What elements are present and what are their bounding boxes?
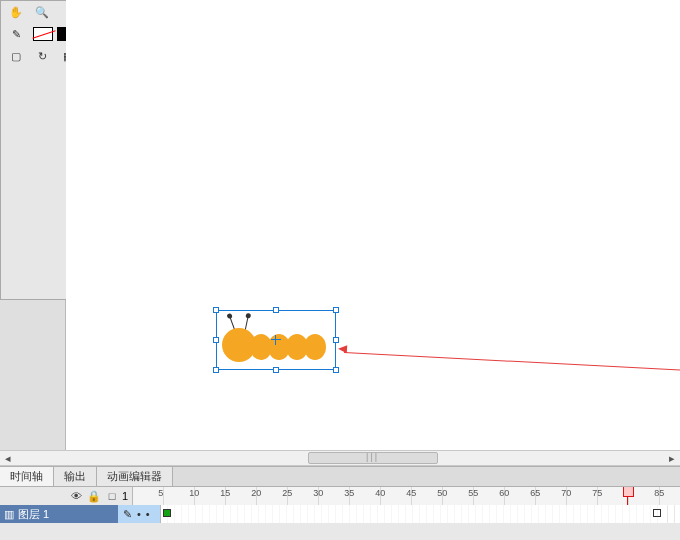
resize-handle[interactable]: [273, 307, 279, 313]
registration-point-icon: [271, 335, 281, 345]
frames-track[interactable]: [160, 505, 680, 523]
keyframe-start[interactable]: [163, 509, 171, 517]
tab-timeline[interactable]: 时间轴: [0, 467, 54, 486]
scroll-right-icon[interactable]: ▸: [664, 451, 680, 465]
page-icon[interactable]: ▢: [7, 47, 25, 65]
resize-handle[interactable]: [333, 367, 339, 373]
selection-bbox[interactable]: [216, 310, 336, 370]
resize-handle[interactable]: [333, 337, 339, 343]
hand-tool-icon[interactable]: ✋: [7, 3, 25, 21]
layer-lock-dot[interactable]: •: [146, 508, 150, 520]
ruler-tick[interactable]: [660, 487, 680, 505]
resize-handle[interactable]: [213, 367, 219, 373]
frame-strip: [161, 505, 680, 523]
frame-one-number: 1: [122, 490, 128, 502]
scroll-left-icon[interactable]: ◂: [0, 451, 16, 465]
playhead-icon[interactable]: [627, 487, 628, 505]
layer-column-icons: 👁 🔒 □: [0, 490, 118, 503]
motion-path-arrow: [344, 352, 680, 374]
resize-handle[interactable]: [213, 307, 219, 313]
layer-name: 图层 1: [18, 507, 49, 522]
lock-column-icon[interactable]: 🔒: [88, 490, 100, 503]
layer-row[interactable]: ▥ 图层 1 ✎ • •: [0, 505, 680, 523]
horizontal-scrollbar[interactable]: ◂ ▸: [0, 450, 680, 466]
bottom-panel: 时间轴输出动画编辑器 👁 🔒 □ 1 ▥ 图层 1 ✎ • •: [0, 466, 680, 540]
panel-tabs: 时间轴输出动画编辑器: [0, 467, 680, 487]
layer-active-pencil-icon[interactable]: ✎: [123, 508, 132, 521]
layer-label[interactable]: ▥ 图层 1: [0, 505, 118, 523]
left-gutter: [0, 300, 66, 450]
frame-one-label: 1: [118, 490, 132, 502]
visibility-column-icon[interactable]: 👁: [70, 490, 82, 502]
tab-output[interactable]: 输出: [54, 467, 97, 486]
resize-handle[interactable]: [333, 307, 339, 313]
stroke-none-swatch[interactable]: [33, 27, 53, 41]
layer-status-cells: ✎ • •: [118, 508, 160, 521]
scroll-thumb[interactable]: [308, 452, 438, 464]
motion-path-arrowhead-icon: [338, 345, 347, 353]
empty-frames: [661, 505, 680, 523]
timeline-header-row: 👁 🔒 □ 1: [0, 487, 680, 505]
layer-visible-dot[interactable]: •: [137, 508, 141, 520]
scroll-track[interactable]: [16, 451, 664, 465]
keyframe-end-hollow[interactable]: [653, 509, 661, 517]
resize-handle[interactable]: [273, 367, 279, 373]
pencil-tool-icon[interactable]: ✎: [7, 25, 25, 43]
layer-type-icon: ▥: [4, 508, 14, 521]
resize-handle[interactable]: [213, 337, 219, 343]
tab-motion[interactable]: 动画编辑器: [97, 467, 173, 486]
frame-ruler[interactable]: [132, 487, 680, 505]
rotate-icon[interactable]: ↻: [33, 47, 51, 65]
zoom-tool-icon[interactable]: 🔍: [33, 3, 51, 21]
outline-column-icon[interactable]: □: [106, 490, 118, 502]
